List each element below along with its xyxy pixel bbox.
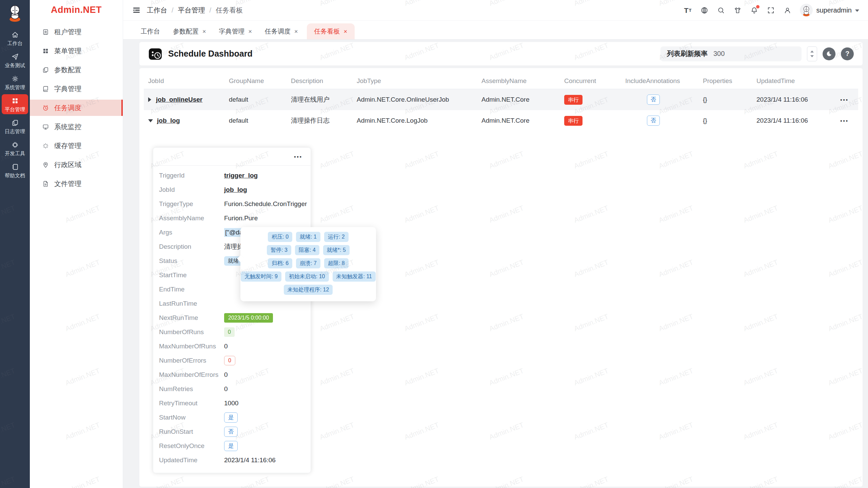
breadcrumb-separator: / [210,6,212,14]
sidebar-item-param-config[interactable]: 参数配置 [30,62,123,78]
concurrent-badge: 串行 [564,95,583,105]
resetonlyonce-badge: 是 [224,441,238,451]
cell-assemblyname: Admin.NET.Core [481,96,564,103]
fullscreen-icon[interactable] [767,6,775,14]
notification-dot [756,5,760,8]
monitor-icon [42,123,49,130]
rail-item-label: 平台管理 [5,107,25,112]
notification-bell-icon[interactable] [750,6,758,14]
cell-jobtype: Admin.NET.Core.OnlineUserJob [357,96,481,103]
user-menu[interactable]: superadmin [800,4,859,17]
font-size-icon[interactable]: TT [684,6,692,14]
card-more-icon[interactable]: ••• [294,154,302,159]
status-legend-badge: 就绪*: 5 [323,245,350,255]
tab-label: 任务看板 [314,27,340,36]
sidebar-collapse-icon[interactable] [132,6,141,15]
brand-logo-text: Admin.NET [30,0,123,20]
cell-properties: {} [703,96,756,103]
tab-dict-mgmt[interactable]: 字典管理 × [215,23,256,39]
topbar: 工作台 / 平台管理 / 任务看板 TT [123,0,868,21]
sidebar-item-admin-region[interactable]: 行政区域 [30,157,123,173]
jobid-link[interactable]: job_log [224,186,247,194]
tab-close-icon[interactable]: × [344,28,348,35]
status-legend-badge: 运行: 2 [324,232,349,242]
tab-close-icon[interactable]: × [202,28,206,35]
rail-item-label: 工作台 [7,41,23,46]
theme-moon-button[interactable] [823,47,835,60]
tab-param-config[interactable]: 参数配置 × [169,23,210,39]
tab-close-icon[interactable]: × [249,28,252,35]
language-icon[interactable] [700,6,708,14]
rail-item-label: 帮助文档 [5,173,25,178]
tab-workbench[interactable]: 工作台 [137,23,164,39]
breadcrumb-current: 任务看板 [216,6,243,15]
sidebar-item-label: 菜单管理 [54,46,81,56]
theme-shirt-icon[interactable] [733,6,742,14]
tab-task-schedule[interactable]: 任务调度 × [261,23,302,39]
status-legend-badge: 超限: 8 [324,258,349,268]
rail-item-help-docs[interactable]: 帮助文档 [2,160,28,180]
tab-label: 任务调度 [265,27,291,36]
sidebar-item-label: 行政区域 [54,160,81,169]
sidebar-item-tenant[interactable]: 租户管理 [30,24,123,40]
trigger-detail-card: ••• TriggerIdtrigger_log JobIdjob_log Tr… [153,147,311,473]
mascot-logo-icon [6,3,24,22]
col-updatedtime: UpdatedTime [756,77,838,85]
concurrent-badge: 串行 [564,116,583,126]
question-icon: ? [845,50,849,58]
include-annotations-badge: 否 [647,95,660,105]
status-legend-tooltip: 积压: 0 就绪: 1 运行: 2 暂停: 3 阻塞: 4 就绪*: 5 归档:… [240,227,376,301]
refresh-rate-stepper [807,46,817,61]
tab-close-icon[interactable]: × [294,28,298,35]
breadcrumb-platform[interactable]: 平台管理 [178,6,205,15]
tab-task-dashboard[interactable]: 任务看板 × [307,23,355,39]
expand-caret-icon[interactable] [148,97,151,102]
icon-rail: 工作台 业务测试 系统管理 平台管理 日志管理 开发工具 帮助文档 [0,0,30,488]
moon-icon [826,50,832,57]
rail-item-workbench[interactable]: 工作台 [2,28,28,48]
sidebar: Admin.NET 租户管理 菜单管理 参数配置 字典管理 任务调度 [30,0,123,488]
sidebar-item-file-mgmt[interactable]: 文件管理 [30,176,123,192]
jobid-link[interactable]: job_onlineUser [156,96,202,103]
col-groupname: GroupName [229,77,291,85]
stepper-down-icon[interactable] [810,55,814,57]
main-area: 工作台 / 平台管理 / 任务看板 TT [123,0,868,488]
breadcrumb-workbench[interactable]: 工作台 [147,6,167,15]
rail-item-dev-tools[interactable]: 开发工具 [2,138,28,158]
rail-item-system-mgmt[interactable]: 系统管理 [2,72,28,92]
refresh-rate-input[interactable]: 列表刷新频率 300 [660,46,802,61]
row-actions-more-icon[interactable]: ••• [840,97,849,102]
jobid-link[interactable]: job_log [157,117,180,124]
schedule-dashboard-icon [148,47,162,61]
rail-item-platform-mgmt[interactable]: 平台管理 [2,94,28,114]
stepper-up-icon[interactable] [810,50,814,53]
search-icon[interactable] [717,6,725,14]
sidebar-item-system-monitor[interactable]: 系统监控 [30,119,123,135]
page-title: Schedule Dashboard [168,49,253,59]
rail-item-label: 日志管理 [5,129,25,134]
status-legend-badge: 归档: 6 [268,258,292,268]
col-includeannotations: IncludeAnnotations [625,77,703,85]
row-actions-more-icon[interactable]: ••• [840,118,849,123]
sidebar-item-dict-mgmt[interactable]: 字典管理 [30,81,123,97]
sidebar-item-cache-mgmt[interactable]: 缓存管理 [30,138,123,154]
cell-description: 清理操作日志 [291,116,357,125]
rail-item-log-mgmt[interactable]: 日志管理 [2,116,28,136]
mascot-avatar-icon [801,5,812,17]
col-description: Description [291,77,357,85]
tab-label: 字典管理 [219,27,245,36]
gear-icon [11,75,19,83]
sidebar-menu: 租户管理 菜单管理 参数配置 字典管理 任务调度 系统监控 [30,20,123,192]
help-button[interactable]: ? [841,47,854,60]
profile-icon[interactable] [783,6,791,14]
sidebar-item-label: 缓存管理 [54,141,81,150]
trigger-link[interactable]: trigger_log [224,172,258,179]
sidebar-item-task-schedule[interactable]: 任务调度 [30,100,123,116]
sidebar-item-menu-mgmt[interactable]: 菜单管理 [30,43,123,59]
rail-item-business-test[interactable]: 业务测试 [2,50,28,70]
col-concurrent: Concurrent [564,77,625,85]
collapse-caret-icon[interactable] [148,119,153,122]
username: superadmin [816,6,852,14]
app-logo[interactable] [5,3,25,23]
status-legend-badge: 无触发时间: 9 [241,271,281,282]
